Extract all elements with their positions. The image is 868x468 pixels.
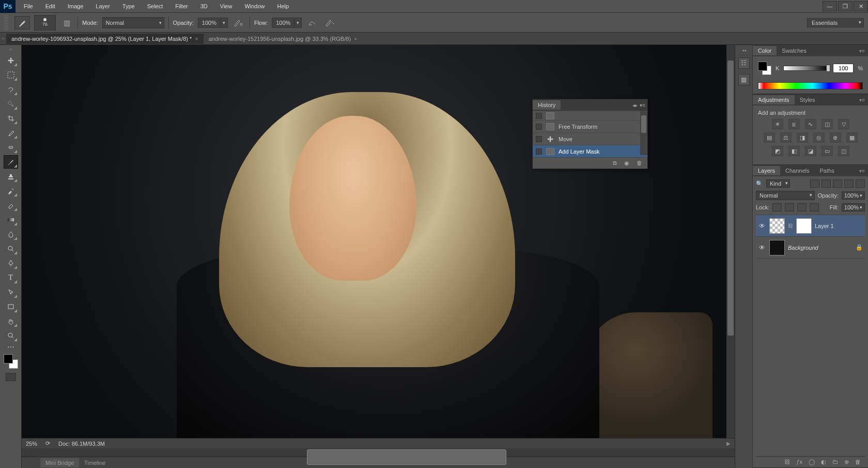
k-slider[interactable] [783, 66, 829, 71]
pressure-opacity-icon[interactable] [232, 17, 245, 28]
shape-tool[interactable] [4, 300, 18, 313]
crop-tool[interactable] [4, 112, 18, 125]
opacity-input[interactable]: 100% [198, 18, 221, 28]
snapshot-icon[interactable]: ◉ [624, 160, 629, 167]
close-icon[interactable]: × [354, 36, 357, 42]
color-balance-icon[interactable]: ⚖ [780, 132, 792, 143]
zoom-level[interactable]: 25% [26, 441, 37, 447]
timeline-tab[interactable]: Timeline [79, 458, 111, 467]
curves-icon[interactable]: ∿ [805, 119, 816, 129]
paths-tab[interactable]: Paths [815, 166, 840, 175]
menu-3d[interactable]: 3D [194, 1, 214, 11]
canvas-vertical-scrollbar[interactable] [726, 45, 735, 438]
tabs-expand-icon[interactable]: » [0, 36, 6, 41]
lock-position-icon[interactable] [797, 203, 807, 212]
selective-color-icon[interactable]: ◫ [838, 146, 849, 156]
panel-menu-icon[interactable]: ▾≡ [640, 102, 645, 108]
move-tool[interactable] [4, 54, 18, 67]
new-group-icon[interactable]: 🗀 [832, 459, 838, 465]
delete-state-icon[interactable]: 🗑 [637, 160, 642, 167]
foreground-color[interactable] [758, 62, 767, 71]
close-button[interactable]: ✕ [854, 1, 868, 11]
document-canvas[interactable]: History ◂▸ ▾≡ x [22, 45, 726, 438]
menu-view[interactable]: View [214, 1, 239, 11]
lock-pixels-icon[interactable] [785, 203, 794, 212]
eyedropper-tool[interactable] [4, 126, 18, 140]
brush-preset-picker[interactable]: 76 [34, 15, 56, 31]
dock-icon[interactable]: ☷ [738, 57, 750, 69]
tools-expand-icon[interactable]: » [9, 47, 11, 53]
levels-icon[interactable]: ⫼ [788, 119, 800, 129]
history-checkbox[interactable] [536, 113, 542, 119]
options-grip[interactable] [4, 16, 8, 30]
layer-row[interactable]: 👁 ⛓ Layer 1 [756, 215, 865, 237]
posterize-icon[interactable]: ◧ [788, 146, 800, 156]
history-item[interactable]: x [533, 111, 647, 120]
panel-menu-icon[interactable]: ▾≡ [856, 168, 868, 174]
tab-document-2[interactable]: andrew-worley-1521956-unsplash.jpg @ 33.… [204, 34, 363, 44]
delete-layer-icon[interactable]: 🗑 [855, 459, 861, 465]
photo-filter-icon[interactable]: ◎ [813, 132, 825, 143]
menu-type[interactable]: Type [116, 1, 141, 11]
color-swatch-stack[interactable] [758, 62, 771, 75]
layer-thumbnail[interactable] [769, 240, 785, 255]
channels-tab[interactable]: Channels [780, 166, 814, 175]
layer-thumbnail[interactable] [769, 218, 785, 234]
layer-filter-select[interactable]: Kind [766, 179, 790, 188]
menu-select[interactable]: Select [141, 1, 169, 11]
dodge-tool[interactable] [4, 242, 18, 255]
vibrance-icon[interactable]: ▽ [838, 119, 849, 129]
slider-handle[interactable] [826, 65, 830, 72]
mini-bridge-tab[interactable]: Mini Bridge [40, 458, 79, 467]
new-document-from-state-icon[interactable]: ⧉ [613, 160, 617, 167]
status-info-icon[interactable]: ⟳ [45, 440, 50, 447]
layer-mask-thumbnail[interactable] [796, 218, 812, 234]
minimize-button[interactable]: — [823, 1, 837, 11]
exposure-icon[interactable]: ◫ [822, 119, 833, 129]
path-select-tool[interactable] [4, 285, 18, 299]
adjustments-tab[interactable]: Adjustments [753, 95, 795, 104]
add-mask-icon[interactable]: ◯ [809, 459, 815, 465]
lasso-tool[interactable] [4, 83, 18, 96]
color-lookup-icon[interactable]: ▦ [846, 132, 858, 143]
gradient-map-icon[interactable]: ▭ [822, 146, 833, 156]
canvas-horizontal-scrollbar[interactable] [22, 448, 735, 457]
zoom-tool[interactable] [4, 329, 18, 342]
layer-row[interactable]: 👁 Background 🔒 [756, 237, 865, 259]
hand-tool[interactable] [4, 314, 18, 328]
pen-tool[interactable] [4, 256, 18, 270]
lock-transparency-icon[interactable] [772, 203, 782, 212]
dock-expand-icon[interactable]: ◂◂ [742, 48, 746, 52]
pressure-size-icon[interactable] [323, 17, 337, 28]
k-value-input[interactable]: 100 [833, 64, 854, 73]
filter-shape-icon[interactable] [844, 179, 854, 188]
layer-fill-input[interactable]: 100%▾ [842, 203, 865, 212]
new-adjustment-icon[interactable]: ◐ [821, 459, 826, 465]
eraser-tool[interactable] [4, 199, 18, 212]
collapse-icon[interactable]: ◂▸ [632, 102, 638, 108]
healing-tool[interactable] [4, 141, 18, 154]
color-spectrum[interactable] [758, 82, 863, 89]
menu-window[interactable]: Window [238, 1, 271, 11]
channel-mixer-icon[interactable]: ⊕ [830, 132, 841, 143]
mask-link-icon[interactable]: ⛓ [788, 223, 793, 229]
filter-smart-icon[interactable] [856, 179, 865, 188]
brush-tool[interactable] [4, 155, 18, 169]
history-item[interactable]: Free Transform [533, 120, 647, 132]
menu-edit[interactable]: Edit [39, 1, 61, 11]
filter-pixel-icon[interactable] [810, 179, 819, 188]
layer-fx-icon[interactable]: ƒx [796, 459, 802, 465]
flow-dropdown[interactable] [295, 18, 302, 28]
invert-icon[interactable]: ◩ [772, 146, 783, 156]
close-icon[interactable]: × [195, 36, 198, 42]
layer-opacity-input[interactable]: 100%▾ [842, 191, 865, 200]
brightness-contrast-icon[interactable]: ☀ [772, 119, 783, 129]
marquee-tool[interactable] [4, 68, 18, 82]
foreground-background-swatches[interactable] [4, 354, 18, 369]
link-layers-icon[interactable]: ⛓ [784, 459, 790, 465]
menu-image[interactable]: Image [61, 1, 90, 11]
tab-document-1[interactable]: andrew-worley-1096932-unsplash.jpg @ 25%… [6, 34, 204, 44]
menu-layer[interactable]: Layer [89, 1, 116, 11]
history-checkbox[interactable] [536, 148, 542, 155]
airbrush-icon[interactable] [306, 17, 319, 28]
